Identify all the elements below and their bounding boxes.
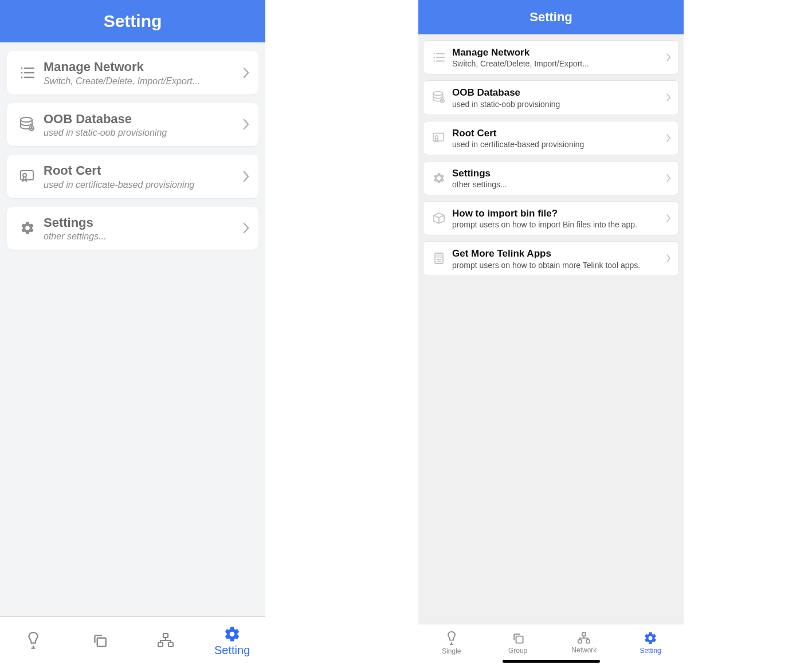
svg-rect-29 [582,633,586,636]
svg-point-2 [21,72,23,73]
row-subtitle: used in static-oob provisioning [44,128,242,138]
header-title: Setting [529,10,572,25]
row-subtitle: prompt users on how to import Bin files … [452,220,666,229]
header: Setting [418,0,684,34]
row-settings[interactable]: Settings other settings... [7,207,258,250]
svg-rect-25 [437,255,441,258]
svg-point-9 [23,174,26,177]
left-screen: Setting Manage Network Switch, Create/De… [0,0,265,665]
svg-point-20 [433,92,443,96]
svg-point-16 [434,57,435,58]
gear-icon [429,172,449,184]
svg-point-0 [21,67,23,69]
tab-setting[interactable]: Setting [199,617,265,665]
row-root-cert[interactable]: Root Cert used in certificate-based prov… [7,155,258,198]
certificate-icon [16,170,39,183]
row-title: OOB Database [452,86,666,99]
header-title: Setting [104,11,162,31]
row-manage-network[interactable]: Manage Network Switch, Create/Delete, Im… [7,51,258,95]
svg-rect-13 [168,643,173,647]
svg-point-4 [21,76,23,78]
tab-label: Single [442,647,461,655]
chevron-right-icon [242,66,250,79]
row-title: Get More Telink Apps [452,247,666,259]
row-subtitle: prompt users on how to obtain more Telin… [452,261,666,270]
row-oob-database[interactable]: OOB Database used in static-oob provisio… [423,80,679,115]
svg-rect-11 [163,633,168,638]
tab-network[interactable]: Network [551,624,618,662]
chevron-right-icon [242,222,250,234]
chevron-right-icon [666,254,672,263]
chevron-right-icon [242,118,250,131]
header: Setting [0,0,265,42]
app-icon [429,251,449,265]
svg-point-6 [21,117,32,122]
tab-single[interactable]: Single [418,624,485,662]
tab-label: Network [571,646,597,654]
row-title: Settings [44,215,242,231]
row-title: OOB Database [44,111,242,127]
gear-icon [16,221,39,235]
svg-point-14 [434,53,435,54]
tab-bar: Setting [0,616,265,665]
tab-label: Setting [640,647,661,655]
tab-group[interactable]: Group [485,624,551,662]
row-root-cert[interactable]: Root Cert used in certificate-based prov… [423,121,679,155]
row-oob-database[interactable]: OOB Database used in static-oob provisio… [7,103,258,147]
tab-bar: Single Group Network Setting [418,624,684,665]
content: Manage Network Switch, Create/Delete, Im… [0,42,265,616]
row-title: Root Cert [452,127,666,139]
svg-rect-12 [158,643,163,647]
row-subtitle: Switch, Create/Delete, Import/Export... [452,59,666,68]
list-icon [429,52,449,62]
chevron-right-icon [666,214,672,223]
svg-rect-28 [516,636,523,643]
list-icon [16,66,39,79]
chevron-right-icon [666,133,672,143]
row-subtitle: used in static-oob provisioning [452,100,666,109]
content: Manage Network Switch, Create/Delete, Im… [418,34,684,624]
row-title: Manage Network [44,59,242,75]
box-icon [429,212,449,225]
svg-rect-31 [586,640,590,643]
chevron-right-icon [666,93,672,102]
chevron-right-icon [666,53,672,62]
row-title: Manage Network [452,46,666,58]
svg-rect-10 [97,638,105,647]
row-title: Root Cert [44,163,242,179]
tab-network[interactable] [133,617,199,665]
row-more-apps[interactable]: Get More Telink Apps prompt users on how… [423,241,679,276]
certificate-icon [429,132,449,144]
svg-rect-30 [578,640,582,643]
row-settings[interactable]: Settings other settings... [423,161,679,195]
home-indicator [503,660,600,663]
database-icon [429,91,449,104]
row-subtitle: used in certificate-based provisioning [452,140,666,149]
svg-point-18 [434,60,435,61]
row-subtitle: other settings... [44,231,242,242]
row-title: How to import bin file? [452,207,666,219]
tab-setting[interactable]: Setting [617,624,684,662]
tab-single[interactable] [0,617,66,665]
row-title: Settings [452,167,666,179]
row-subtitle: Switch, Create/Delete, Import/Export... [44,76,242,86]
database-icon [16,117,39,132]
tab-label: Setting [214,644,250,657]
svg-point-23 [435,135,438,138]
right-screen: Setting Manage Network Switch, Create/De… [418,0,684,665]
tab-label: Group [508,647,527,655]
chevron-right-icon [242,170,250,183]
row-subtitle: other settings... [452,180,666,189]
row-import-bin[interactable]: How to import bin file? prompt users on … [423,201,679,235]
chevron-right-icon [666,174,672,183]
tab-group[interactable] [66,617,133,665]
row-subtitle: used in certificate-based provisioning [44,180,242,190]
row-manage-network[interactable]: Manage Network Switch, Create/Delete, Im… [423,40,679,74]
